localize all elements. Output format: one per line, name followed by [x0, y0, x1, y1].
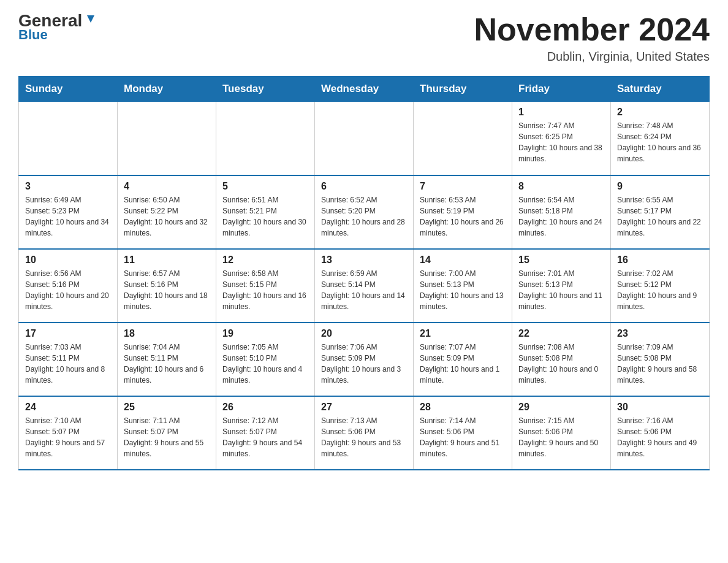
calendar-cell: 21Sunrise: 7:07 AMSunset: 5:09 PMDayligh…	[414, 323, 512, 396]
day-info: Sunrise: 6:56 AMSunset: 5:16 PMDaylight:…	[25, 268, 111, 312]
calendar-cell	[216, 102, 315, 175]
day-info: Sunrise: 7:15 AMSunset: 5:06 PMDaylight:…	[518, 415, 604, 459]
calendar-cell: 15Sunrise: 7:01 AMSunset: 5:13 PMDayligh…	[512, 249, 611, 323]
calendar-header-row: SundayMondayTuesdayWednesdayThursdayFrid…	[19, 77, 710, 102]
svg-marker-0	[87, 15, 94, 23]
day-info: Sunrise: 7:00 AMSunset: 5:13 PMDaylight:…	[420, 268, 506, 312]
day-number: 12	[222, 255, 308, 266]
day-number: 16	[617, 255, 703, 266]
calendar-cell: 19Sunrise: 7:05 AMSunset: 5:10 PMDayligh…	[216, 323, 315, 396]
day-number: 26	[222, 402, 308, 413]
day-number: 8	[518, 181, 604, 192]
day-header-sunday: Sunday	[19, 77, 118, 102]
day-info: Sunrise: 7:03 AMSunset: 5:11 PMDaylight:…	[25, 342, 111, 386]
calendar-cell: 30Sunrise: 7:16 AMSunset: 5:06 PMDayligh…	[611, 396, 710, 470]
calendar-cell: 5Sunrise: 6:51 AMSunset: 5:21 PMDaylight…	[216, 175, 315, 249]
calendar-cell: 14Sunrise: 7:00 AMSunset: 5:13 PMDayligh…	[414, 249, 512, 323]
day-number: 11	[124, 255, 210, 266]
calendar-cell: 2Sunrise: 7:48 AMSunset: 6:24 PMDaylight…	[611, 102, 710, 175]
day-number: 3	[25, 181, 111, 192]
calendar-cell: 8Sunrise: 6:54 AMSunset: 5:18 PMDaylight…	[512, 175, 611, 249]
day-info: Sunrise: 7:09 AMSunset: 5:08 PMDaylight:…	[617, 342, 703, 386]
day-number: 9	[617, 181, 703, 192]
calendar-cell: 12Sunrise: 6:58 AMSunset: 5:15 PMDayligh…	[216, 249, 315, 323]
day-header-friday: Friday	[512, 77, 611, 102]
day-info: Sunrise: 7:16 AMSunset: 5:06 PMDaylight:…	[617, 415, 703, 459]
calendar-cell: 6Sunrise: 6:52 AMSunset: 5:20 PMDaylight…	[315, 175, 414, 249]
day-info: Sunrise: 6:57 AMSunset: 5:16 PMDaylight:…	[124, 268, 210, 312]
day-number: 27	[321, 402, 407, 413]
calendar-week-5: 24Sunrise: 7:10 AMSunset: 5:07 PMDayligh…	[19, 396, 710, 470]
day-number: 30	[617, 402, 703, 413]
calendar-cell: 9Sunrise: 6:55 AMSunset: 5:17 PMDaylight…	[611, 175, 710, 249]
day-info: Sunrise: 7:07 AMSunset: 5:09 PMDaylight:…	[420, 342, 506, 386]
calendar-cell: 4Sunrise: 6:50 AMSunset: 5:22 PMDaylight…	[118, 175, 216, 249]
calendar-cell: 26Sunrise: 7:12 AMSunset: 5:07 PMDayligh…	[216, 396, 315, 470]
day-info: Sunrise: 6:54 AMSunset: 5:18 PMDaylight:…	[518, 194, 604, 239]
month-title: November 2024	[474, 12, 710, 47]
day-number: 7	[420, 181, 506, 192]
calendar-cell: 13Sunrise: 6:59 AMSunset: 5:14 PMDayligh…	[315, 249, 414, 323]
day-info: Sunrise: 7:08 AMSunset: 5:08 PMDaylight:…	[518, 342, 604, 386]
day-number: 29	[518, 402, 604, 413]
day-number: 23	[617, 328, 703, 339]
calendar-week-1: 1Sunrise: 7:47 AMSunset: 6:25 PMDaylight…	[19, 102, 710, 175]
calendar-cell: 27Sunrise: 7:13 AMSunset: 5:06 PMDayligh…	[315, 396, 414, 470]
day-number: 10	[25, 255, 111, 266]
calendar-cell	[118, 102, 216, 175]
day-info: Sunrise: 7:06 AMSunset: 5:09 PMDaylight:…	[321, 342, 407, 386]
day-info: Sunrise: 6:50 AMSunset: 5:22 PMDaylight:…	[124, 194, 210, 239]
logo: General Blue	[18, 12, 97, 43]
day-number: 18	[124, 328, 210, 339]
day-info: Sunrise: 6:49 AMSunset: 5:23 PMDaylight:…	[25, 194, 111, 239]
day-info: Sunrise: 7:05 AMSunset: 5:10 PMDaylight:…	[222, 342, 308, 386]
day-number: 4	[124, 181, 210, 192]
day-number: 15	[518, 255, 604, 266]
day-number: 28	[420, 402, 506, 413]
day-info: Sunrise: 6:58 AMSunset: 5:15 PMDaylight:…	[222, 268, 308, 312]
calendar-cell: 22Sunrise: 7:08 AMSunset: 5:08 PMDayligh…	[512, 323, 611, 396]
day-number: 1	[518, 107, 604, 118]
calendar-body: 1Sunrise: 7:47 AMSunset: 6:25 PMDaylight…	[19, 102, 710, 470]
day-header-wednesday: Wednesday	[315, 77, 414, 102]
calendar-cell: 23Sunrise: 7:09 AMSunset: 5:08 PMDayligh…	[611, 323, 710, 396]
day-info: Sunrise: 6:52 AMSunset: 5:20 PMDaylight:…	[321, 194, 407, 239]
day-info: Sunrise: 7:14 AMSunset: 5:06 PMDaylight:…	[420, 415, 506, 459]
calendar-cell: 20Sunrise: 7:06 AMSunset: 5:09 PMDayligh…	[315, 323, 414, 396]
day-info: Sunrise: 6:59 AMSunset: 5:14 PMDaylight:…	[321, 268, 407, 312]
header: General Blue November 2024 Dublin, Virgi…	[18, 12, 710, 64]
calendar-cell: 10Sunrise: 6:56 AMSunset: 5:16 PMDayligh…	[19, 249, 118, 323]
day-header-saturday: Saturday	[611, 77, 710, 102]
day-info: Sunrise: 6:51 AMSunset: 5:21 PMDaylight:…	[222, 194, 308, 239]
calendar-cell	[315, 102, 414, 175]
day-number: 2	[617, 107, 703, 118]
day-number: 14	[420, 255, 506, 266]
day-number: 25	[124, 402, 210, 413]
day-info: Sunrise: 7:47 AMSunset: 6:25 PMDaylight:…	[518, 120, 604, 164]
calendar-week-4: 17Sunrise: 7:03 AMSunset: 5:11 PMDayligh…	[19, 323, 710, 396]
calendar-week-3: 10Sunrise: 6:56 AMSunset: 5:16 PMDayligh…	[19, 249, 710, 323]
calendar-cell: 17Sunrise: 7:03 AMSunset: 5:11 PMDayligh…	[19, 323, 118, 396]
day-info: Sunrise: 7:02 AMSunset: 5:12 PMDaylight:…	[617, 268, 703, 312]
day-info: Sunrise: 7:10 AMSunset: 5:07 PMDaylight:…	[25, 415, 111, 459]
day-info: Sunrise: 6:53 AMSunset: 5:19 PMDaylight:…	[420, 194, 506, 239]
day-header-monday: Monday	[118, 77, 216, 102]
calendar-table: SundayMondayTuesdayWednesdayThursdayFrid…	[18, 76, 710, 470]
day-info: Sunrise: 6:55 AMSunset: 5:17 PMDaylight:…	[617, 194, 703, 239]
calendar-cell: 16Sunrise: 7:02 AMSunset: 5:12 PMDayligh…	[611, 249, 710, 323]
calendar-cell: 29Sunrise: 7:15 AMSunset: 5:06 PMDayligh…	[512, 396, 611, 470]
day-info: Sunrise: 7:48 AMSunset: 6:24 PMDaylight:…	[617, 120, 703, 164]
day-number: 21	[420, 328, 506, 339]
day-info: Sunrise: 7:04 AMSunset: 5:11 PMDaylight:…	[124, 342, 210, 386]
calendar-cell	[19, 102, 118, 175]
day-header-tuesday: Tuesday	[216, 77, 315, 102]
calendar-cell: 3Sunrise: 6:49 AMSunset: 5:23 PMDaylight…	[19, 175, 118, 249]
calendar-week-2: 3Sunrise: 6:49 AMSunset: 5:23 PMDaylight…	[19, 175, 710, 249]
day-number: 20	[321, 328, 407, 339]
day-number: 17	[25, 328, 111, 339]
day-number: 5	[222, 181, 308, 192]
calendar-cell	[414, 102, 512, 175]
day-number: 24	[25, 402, 111, 413]
calendar-cell: 25Sunrise: 7:11 AMSunset: 5:07 PMDayligh…	[118, 396, 216, 470]
day-info: Sunrise: 7:12 AMSunset: 5:07 PMDaylight:…	[222, 415, 308, 459]
